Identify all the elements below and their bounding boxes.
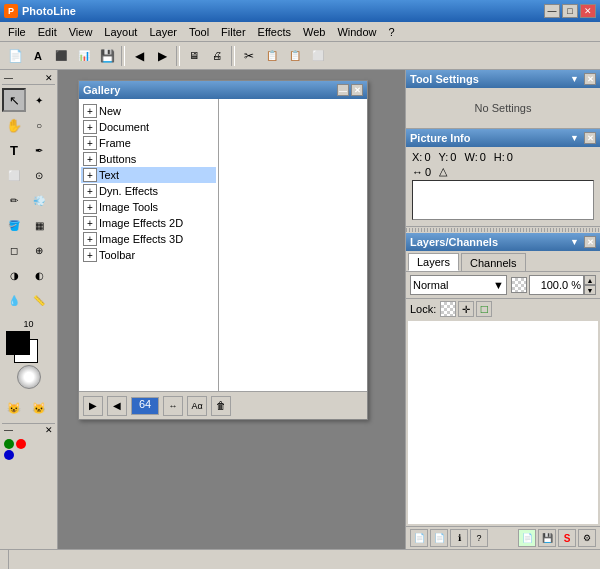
text-tool[interactable]: T <box>2 138 26 162</box>
layers-new-group[interactable]: 📄 <box>410 529 428 547</box>
expander-buttons[interactable]: + <box>83 152 97 166</box>
expander-fx3d[interactable]: + <box>83 232 97 246</box>
bottom-panel-collapse[interactable]: — <box>4 425 13 435</box>
menu-tool[interactable]: Tool <box>183 23 215 41</box>
lock-all[interactable]: □ <box>476 301 492 317</box>
opacity-input[interactable]: 100.0 % <box>529 275 584 295</box>
fill-tool[interactable]: 🪣 <box>2 213 26 237</box>
toolbar-clear[interactable]: ⬜ <box>307 45 329 67</box>
bottom-panel-close[interactable]: ✕ <box>45 425 53 435</box>
gallery-minimize[interactable]: — <box>337 84 349 96</box>
blend-mode-select[interactable]: Normal ▼ <box>410 275 507 295</box>
layers-export-3[interactable]: S <box>558 529 576 547</box>
lasso-tool[interactable]: ⊙ <box>27 163 51 187</box>
extra-tool-1[interactable]: 😺 <box>2 396 26 420</box>
zoom-tool[interactable]: ○ <box>27 113 51 137</box>
toolbar-save[interactable]: 💾 <box>96 45 118 67</box>
layers-new-layer[interactable]: 📄 <box>430 529 448 547</box>
expander-fx2d[interactable]: + <box>83 216 97 230</box>
toolbar-display[interactable]: 🖥 <box>183 45 205 67</box>
eyedropper-tool[interactable]: 💧 <box>2 288 26 312</box>
layers-info[interactable]: ℹ <box>450 529 468 547</box>
heal-tool[interactable]: ⊕ <box>27 238 51 262</box>
gallery-item-fx2d[interactable]: + Image Effects 2D <box>81 215 216 231</box>
picture-info-close[interactable]: ✕ <box>584 132 596 144</box>
gallery-item-text[interactable]: + Text <box>81 167 216 183</box>
ruler-tool[interactable]: 📏 <box>27 288 51 312</box>
gallery-item-frame[interactable]: + Frame <box>81 135 216 151</box>
lock-transparency[interactable] <box>440 301 456 317</box>
toolbar-chart[interactable]: 📊 <box>73 45 95 67</box>
menu-layer[interactable]: Layer <box>143 23 183 41</box>
gallery-back[interactable]: ◀ <box>107 396 127 416</box>
toolbar-new[interactable]: 📄 <box>4 45 26 67</box>
menu-edit[interactable]: Edit <box>32 23 63 41</box>
foreground-color[interactable] <box>6 331 30 355</box>
menu-view[interactable]: View <box>63 23 99 41</box>
maximize-button[interactable]: □ <box>562 4 578 18</box>
gallery-play[interactable]: ▶ <box>83 396 103 416</box>
color-swatches[interactable] <box>6 331 38 363</box>
hand-tool[interactable]: ✋ <box>2 113 26 137</box>
tool-settings-arrow[interactable]: ▼ <box>567 74 582 84</box>
burn-tool[interactable]: ◐ <box>27 263 51 287</box>
gallery-item-dyn[interactable]: + Dyn. Effects <box>81 183 216 199</box>
expander-frame[interactable]: + <box>83 136 97 150</box>
expander-toolbar[interactable]: + <box>83 248 97 262</box>
move-tool[interactable]: ✦ <box>27 88 51 112</box>
canvas-area[interactable]: Gallery — ✕ + New + Document <box>58 70 405 549</box>
menu-window[interactable]: Window <box>331 23 382 41</box>
marquee-tool[interactable]: ⬜ <box>2 163 26 187</box>
expander-dyn[interactable]: + <box>83 184 97 198</box>
layers-export-1[interactable]: 📄 <box>518 529 536 547</box>
gallery-item-toolbar[interactable]: + Toolbar <box>81 247 216 263</box>
toolbar-paste[interactable]: 📋 <box>284 45 306 67</box>
toolbar-next[interactable]: ▶ <box>151 45 173 67</box>
gallery-item-document[interactable]: + Document <box>81 119 216 135</box>
menu-help[interactable]: ? <box>383 23 401 41</box>
gallery-close[interactable]: ✕ <box>351 84 363 96</box>
layers-settings[interactable]: ⚙ <box>578 529 596 547</box>
dodge-tool[interactable]: ◑ <box>2 263 26 287</box>
lock-move[interactable]: ✛ <box>458 301 474 317</box>
airbrush-tool[interactable]: 💨 <box>27 188 51 212</box>
menu-layout[interactable]: Layout <box>98 23 143 41</box>
gradient-tool[interactable]: ▦ <box>27 213 51 237</box>
gallery-item-new[interactable]: + New <box>81 103 216 119</box>
gallery-item-fx3d[interactable]: + Image Effects 3D <box>81 231 216 247</box>
tab-layers[interactable]: Layers <box>408 253 459 271</box>
menu-effects[interactable]: Effects <box>252 23 297 41</box>
expander-document[interactable]: + <box>83 120 97 134</box>
layers-export-2[interactable]: 💾 <box>538 529 556 547</box>
path-tool[interactable]: ✒ <box>27 138 51 162</box>
picture-info-arrow[interactable]: ▼ <box>567 133 582 143</box>
gallery-item-buttons[interactable]: + Buttons <box>81 151 216 167</box>
expander-new[interactable]: + <box>83 104 97 118</box>
toolbar-text[interactable]: A <box>27 45 49 67</box>
tool-settings-close[interactable]: ✕ <box>584 73 596 85</box>
toolbar-copy[interactable]: 📋 <box>261 45 283 67</box>
paintbrush-tool[interactable]: ✏ <box>2 188 26 212</box>
expander-imgtools[interactable]: + <box>83 200 97 214</box>
gallery-delete-icon[interactable]: 🗑 <box>211 396 231 416</box>
toolbar-layer[interactable]: ⬛ <box>50 45 72 67</box>
left-panel-close[interactable]: ✕ <box>45 73 53 83</box>
toolbar-print[interactable]: 🖨 <box>206 45 228 67</box>
gallery-item-imgtools[interactable]: + Image Tools <box>81 199 216 215</box>
expander-text[interactable]: + <box>83 168 97 182</box>
eraser-tool[interactable]: ◻ <box>2 238 26 262</box>
layers-help[interactable]: ? <box>470 529 488 547</box>
layers-close[interactable]: ✕ <box>584 236 596 248</box>
opacity-up[interactable]: ▲ <box>584 275 596 285</box>
tab-channels[interactable]: Channels <box>461 253 525 271</box>
select-tool[interactable]: ↖ <box>2 88 26 112</box>
minimize-button[interactable]: — <box>544 4 560 18</box>
toolbar-cut[interactable]: ✂ <box>238 45 260 67</box>
gallery-size-input[interactable]: 64 <box>131 397 159 415</box>
menu-web[interactable]: Web <box>297 23 331 41</box>
left-panel-collapse[interactable]: — <box>4 73 13 83</box>
menu-filter[interactable]: Filter <box>215 23 251 41</box>
menu-file[interactable]: File <box>2 23 32 41</box>
layers-arrow[interactable]: ▼ <box>567 237 582 247</box>
gallery-title-bar[interactable]: Gallery — ✕ <box>79 81 367 99</box>
